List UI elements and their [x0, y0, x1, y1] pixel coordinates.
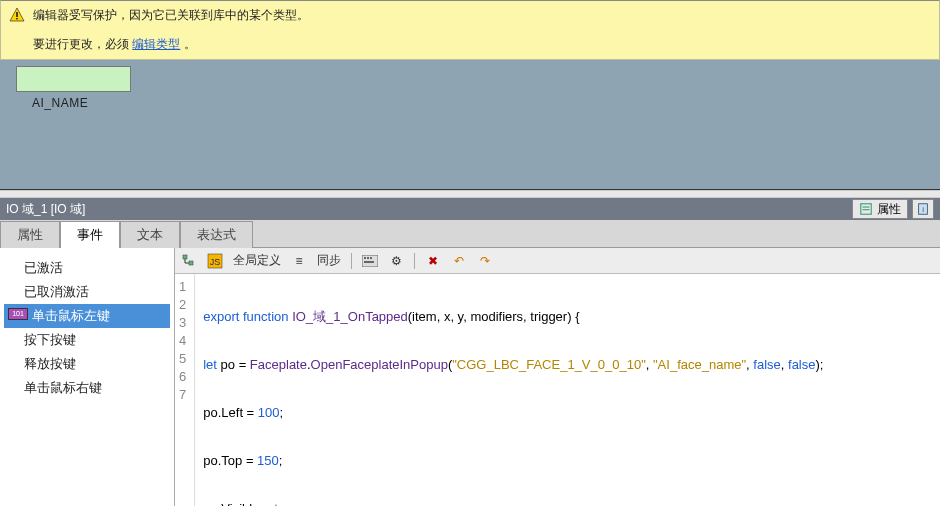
event-item-key-up[interactable]: 释放按键 [4, 352, 170, 376]
splitter[interactable] [0, 190, 940, 198]
event-item-left-click[interactable]: 101单击鼠标左键 [4, 304, 170, 328]
editor-toolbar: JS 全局定义 ≡ 同步 ⚙ ✖ ↶ ↷ [175, 248, 940, 274]
inspector-titlebar: IO 域_1 [IO 域] 属性 i [0, 198, 940, 220]
svg-rect-2 [16, 18, 17, 19]
svg-rect-8 [183, 255, 187, 259]
inspector-pane: 已激活 已取消激活 101单击鼠标左键 按下按键 释放按键 单击鼠标右键 JS … [0, 248, 940, 506]
svg-rect-9 [189, 261, 193, 265]
separator [414, 253, 415, 269]
event-item-activated[interactable]: 已激活 [4, 256, 170, 280]
warning-icon [9, 7, 25, 23]
tab-expression[interactable]: 表达式 [180, 221, 253, 248]
tab-properties[interactable]: 属性 [0, 221, 60, 248]
event-item-deactivated[interactable]: 已取消激活 [4, 280, 170, 304]
js-icon[interactable]: JS [207, 253, 223, 269]
svg-text:i: i [922, 205, 924, 214]
delete-icon[interactable]: ✖ [425, 253, 441, 269]
svg-rect-4 [863, 206, 870, 207]
properties-button[interactable]: 属性 [852, 199, 908, 219]
svg-rect-14 [367, 257, 369, 259]
separator [351, 253, 352, 269]
tab-text[interactable]: 文本 [120, 221, 180, 248]
inspector-tabs: 属性 事件 文本 表达式 [0, 220, 940, 248]
sync-label[interactable]: 同步 [317, 252, 341, 269]
global-def-label[interactable]: 全局定义 [233, 252, 281, 269]
edit-type-link[interactable]: 编辑类型 [132, 37, 180, 51]
svg-rect-13 [364, 257, 366, 259]
hmi-canvas[interactable]: AI_NAME [0, 60, 940, 190]
redo-icon[interactable]: ↷ [477, 253, 493, 269]
svg-rect-15 [370, 257, 372, 259]
event-item-right-click[interactable]: 单击鼠标右键 [4, 376, 170, 400]
svg-rect-5 [863, 209, 870, 210]
indent-icon[interactable]: ≡ [291, 253, 307, 269]
info-button[interactable]: i [912, 199, 934, 219]
tree-icon[interactable] [181, 253, 197, 269]
code-lines[interactable]: export function IO_域_1_OnTapped(item, x,… [195, 274, 831, 506]
code-area[interactable]: 1234567 export function IO_域_1_OnTapped(… [175, 274, 940, 506]
banner-line1: 编辑器受写保护，因为它已关联到库中的某个类型。 [33, 7, 309, 24]
io-field-label: AI_NAME [32, 96, 88, 110]
script-badge-icon: 101 [8, 308, 28, 320]
event-item-key-down[interactable]: 按下按键 [4, 328, 170, 352]
inspector-title: IO 域_1 [IO 域] [6, 201, 85, 218]
svg-rect-16 [364, 261, 374, 263]
svg-text:JS: JS [210, 257, 221, 267]
undo-icon[interactable]: ↶ [451, 253, 467, 269]
tab-events[interactable]: 事件 [60, 221, 120, 248]
event-list: 已激活 已取消激活 101单击鼠标左键 按下按键 释放按键 单击鼠标右键 [0, 248, 175, 506]
svg-rect-1 [16, 12, 17, 17]
gear-icon[interactable]: ⚙ [388, 253, 404, 269]
script-editor: JS 全局定义 ≡ 同步 ⚙ ✖ ↶ ↷ 1234567 export func… [175, 248, 940, 506]
io-field-object[interactable] [16, 66, 131, 92]
line-gutter: 1234567 [175, 274, 195, 506]
banner-line2: 要进行更改，必须 编辑类型 。 [33, 36, 309, 53]
keyboard-icon[interactable] [362, 253, 378, 269]
write-protect-banner: 编辑器受写保护，因为它已关联到库中的某个类型。 要进行更改，必须 编辑类型 。 [0, 0, 940, 60]
